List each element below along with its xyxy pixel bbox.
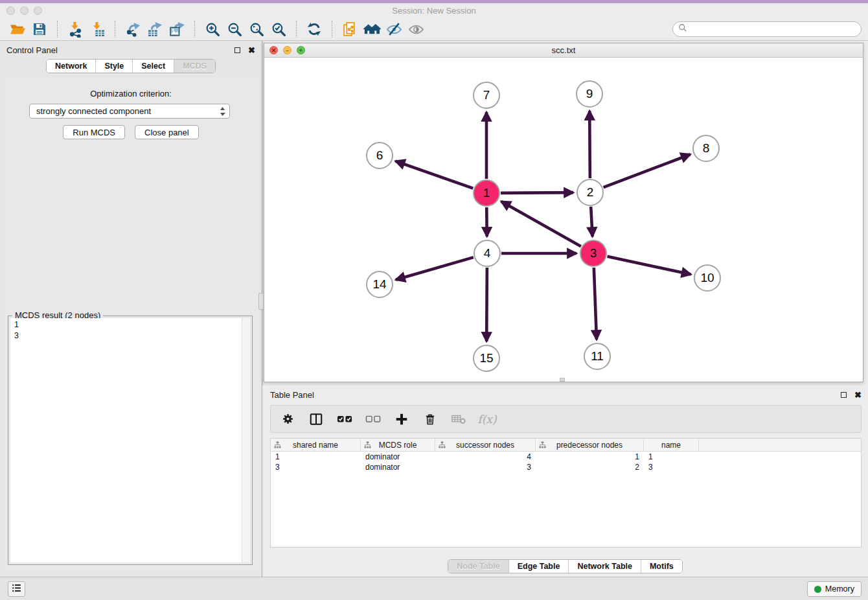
control-panel-title: Control Panel <box>6 45 58 55</box>
run-mcds-button[interactable]: Run MCDS <box>63 125 125 139</box>
graph-node-8[interactable]: 8 <box>692 135 720 162</box>
clone-network-icon[interactable] <box>339 19 361 39</box>
control-panel-tabs: NetworkStyleSelectMCDS <box>46 59 216 73</box>
graph-node-11[interactable]: 11 <box>584 343 611 370</box>
refresh-icon[interactable] <box>303 19 325 39</box>
mcds-result-text[interactable]: 1 3 <box>10 318 242 562</box>
import-network-icon[interactable] <box>64 19 86 39</box>
select-all-icon[interactable] <box>336 410 354 429</box>
criterion-dropdown[interactable]: strongly connected component <box>29 104 230 119</box>
edge-2-8[interactable] <box>604 154 691 187</box>
edge-2-3[interactable] <box>591 207 592 237</box>
export-table-icon[interactable] <box>144 19 166 39</box>
edge-1-6[interactable] <box>396 161 474 189</box>
sort-tree-icon <box>274 441 281 450</box>
export-network-icon[interactable] <box>122 19 144 39</box>
edge-3-1[interactable] <box>501 202 581 246</box>
search-icon <box>678 23 687 35</box>
graph-node-1[interactable]: 1 <box>473 179 500 207</box>
graph-node-15[interactable]: 15 <box>473 345 500 372</box>
table-row[interactable]: 3dominator323 <box>271 462 861 472</box>
graph-node-2[interactable]: 2 <box>577 179 604 206</box>
graph-node-6[interactable]: 6 <box>366 142 393 169</box>
table-cell[interactable]: 1 <box>644 452 699 462</box>
sort-tree-icon <box>364 441 371 450</box>
tab-network-table[interactable]: Network Table <box>568 560 641 573</box>
memory-button[interactable]: Memory <box>807 581 862 597</box>
houses-icon[interactable] <box>361 19 383 39</box>
edge-3-11[interactable] <box>594 268 597 340</box>
tab-node-table[interactable]: Node Table <box>448 560 508 573</box>
graph-node-14[interactable]: 14 <box>366 271 393 298</box>
result-scrollbar[interactable] <box>242 318 250 562</box>
zoom-selected-icon[interactable] <box>268 19 290 39</box>
function-icon[interactable]: f(x) <box>478 410 496 429</box>
close-panel-icon[interactable]: ✖ <box>248 45 255 55</box>
open-folder-icon[interactable] <box>6 19 29 39</box>
graph-node-9[interactable]: 9 <box>576 80 603 108</box>
edge-4-15[interactable] <box>486 268 487 341</box>
tab-network[interactable]: Network <box>47 60 95 73</box>
toolbar-separator <box>194 21 195 38</box>
plus-icon[interactable] <box>393 410 411 429</box>
table-cell[interactable]: 2 <box>536 462 644 472</box>
table-cell[interactable]: 1 <box>271 452 361 462</box>
edge-2-9[interactable] <box>589 111 590 178</box>
criterion-value: strongly connected component <box>36 106 151 116</box>
search-input[interactable] <box>672 21 862 37</box>
table-cell[interactable]: 3 <box>271 462 361 472</box>
delete-table-icon[interactable] <box>450 410 468 429</box>
float-panel-icon[interactable] <box>234 47 240 53</box>
network-canvas[interactable]: 7968124314101511 <box>264 58 863 382</box>
zoom-out-icon[interactable] <box>223 19 246 39</box>
graph-node-7[interactable]: 7 <box>473 82 500 109</box>
table-cell[interactable]: 3 <box>644 462 699 472</box>
edge-3-10[interactable] <box>608 257 691 275</box>
column-header-successor-nodes[interactable]: successor nodes <box>435 439 536 451</box>
close-panel-button[interactable]: Close panel <box>135 125 199 139</box>
split-columns-icon[interactable] <box>307 410 325 429</box>
table-row[interactable]: 1dominator411 <box>271 452 861 462</box>
table-cell[interactable]: 4 <box>435 452 536 462</box>
import-table-icon[interactable] <box>86 19 108 39</box>
graph-node-4[interactable]: 4 <box>474 240 501 267</box>
table-float-icon[interactable] <box>841 392 847 398</box>
edge-4-14[interactable] <box>396 257 474 280</box>
table-cell[interactable]: dominator <box>361 462 435 472</box>
table-cell[interactable]: dominator <box>361 452 435 462</box>
deselect-all-icon[interactable] <box>364 410 382 429</box>
titlebar: Session: New Session <box>0 3 868 18</box>
tab-motifs[interactable]: Motifs <box>641 560 682 573</box>
zoom-fit-icon[interactable] <box>246 19 268 39</box>
edge-1-2[interactable] <box>501 192 573 193</box>
tab-style[interactable]: Style <box>95 60 132 73</box>
main-toolbar <box>0 18 868 41</box>
eye-icon[interactable] <box>405 19 427 39</box>
mcds-result-groupbox: MCDS result (2 nodes) 1 3 <box>8 316 253 565</box>
canvas-resize-grip[interactable] <box>560 378 565 382</box>
export-image-icon[interactable] <box>166 19 188 39</box>
column-header-shared-name[interactable]: shared name <box>271 439 361 451</box>
save-floppy-icon[interactable] <box>29 19 51 39</box>
control-panel: Control Panel ✖ NetworkStyleSelectMCDS O… <box>0 41 262 577</box>
node-table: shared nameMCDS rolesuccessor nodesprede… <box>270 438 862 548</box>
list-icon <box>10 582 23 597</box>
tab-edge-table[interactable]: Edge Table <box>508 560 569 573</box>
task-list-button[interactable] <box>8 581 25 597</box>
table-cell[interactable]: 1 <box>536 452 644 462</box>
gear-icon[interactable] <box>279 410 297 429</box>
column-header-name[interactable]: name <box>644 439 699 451</box>
eye-slash-icon[interactable] <box>383 19 405 39</box>
zoom-in-icon[interactable] <box>201 19 223 39</box>
graph-node-10[interactable]: 10 <box>694 264 721 292</box>
table-close-icon[interactable]: ✖ <box>854 390 862 400</box>
tab-select[interactable]: Select <box>132 60 174 73</box>
column-header-MCDS-role[interactable]: MCDS role <box>361 439 435 451</box>
table-cell[interactable]: 3 <box>435 462 536 472</box>
network-window-title: scc.txt <box>264 45 863 55</box>
trash-icon[interactable] <box>421 410 439 429</box>
tab-mcds[interactable]: MCDS <box>174 60 215 73</box>
dropdown-stepper-icon <box>220 106 225 119</box>
graph-node-3[interactable]: 3 <box>580 240 607 267</box>
column-header-predecessor-nodes[interactable]: predecessor nodes <box>536 439 644 451</box>
